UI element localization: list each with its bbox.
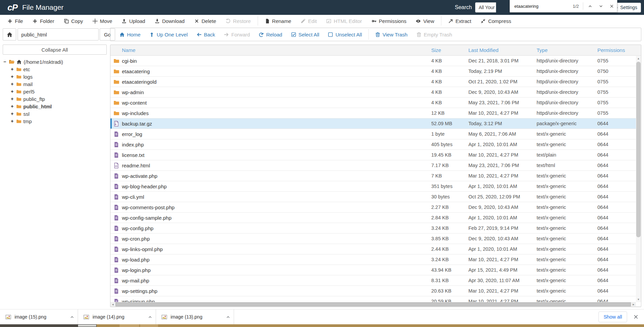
vertical-scrollbar[interactable]: ▲ ▼ bbox=[636, 56, 641, 302]
nav-link-reload[interactable]: Reload bbox=[254, 32, 287, 37]
tree-item-ssl[interactable]: + ssl bbox=[0, 110, 109, 117]
vertical-scrollbar-thumb[interactable] bbox=[636, 62, 641, 237]
show-all-downloads-button[interactable]: Show all bbox=[598, 311, 627, 322]
toolbar-button-permissions[interactable]: Permissions bbox=[367, 16, 411, 26]
file-row-etaacatering[interactable]: etaacatering 4 KB Today, 2:19 PM httpd/u… bbox=[110, 66, 641, 77]
scroll-left-arrow[interactable]: ◄ bbox=[110, 302, 115, 307]
nav-link-unselect-all[interactable]: Unselect All bbox=[324, 32, 366, 37]
search-scope-select[interactable]: All Your bbox=[475, 2, 496, 12]
tree-item-public-ftp[interactable]: + public_ftp bbox=[0, 95, 109, 103]
scroll-down-arrow[interactable]: ▼ bbox=[636, 297, 641, 302]
toolbar-button-upload[interactable]: Upload bbox=[117, 16, 150, 26]
file-row-wp-blog-header-php[interactable]: wp-blog-header.php 351 bytes Apr 1, 2020… bbox=[110, 181, 641, 192]
expand-toggle[interactable]: + bbox=[11, 96, 14, 102]
downloads-bar-close-button[interactable] bbox=[633, 314, 639, 320]
tree-item-logs[interactable]: + logs bbox=[0, 73, 109, 80]
file-row-wp-activate-php[interactable]: wp-activate.php 7 KB Mar 10, 2021, 4:27 … bbox=[110, 171, 641, 181]
toolbar-button-download[interactable]: Download bbox=[150, 16, 189, 26]
tree-item-mail[interactable]: + mail bbox=[0, 80, 109, 88]
download-item-image-15-png[interactable]: image (15).png bbox=[0, 309, 78, 324]
file-name: etaacateringold bbox=[122, 79, 431, 85]
file-row-wp-config-php[interactable]: wp-config.php 3.24 KB Feb 27, 2019, 9:14… bbox=[110, 223, 641, 234]
file-row-error-log[interactable]: error_log 1 byte May 6, 2021, 7:06 AM te… bbox=[110, 129, 641, 139]
toolbar-button-view[interactable]: View bbox=[411, 16, 439, 26]
file-row-backup-tar-gz[interactable]: backup.tar.gz 52.09 MB Today, 3:12 PM pa… bbox=[110, 118, 641, 129]
collapse-all-button[interactable]: Collapse All bbox=[3, 45, 107, 55]
toolbar-button-html-editor[interactable]: HTML Editor bbox=[321, 16, 367, 26]
toolbar-button-compress[interactable]: Compress bbox=[476, 16, 516, 26]
find-previous-button[interactable] bbox=[585, 1, 595, 11]
nav-link-view-trash[interactable]: View Trash bbox=[371, 32, 412, 37]
download-menu-button[interactable] bbox=[226, 315, 230, 319]
expand-toggle[interactable]: + bbox=[11, 118, 14, 124]
file-row-etaacateringold[interactable]: etaacateringold 4 KB Oct 21, 2020, 1:02 … bbox=[110, 77, 641, 87]
scroll-up-arrow[interactable]: ▲ bbox=[636, 56, 641, 61]
toolbar-button-edit[interactable]: Edit bbox=[296, 16, 321, 26]
toolbar-button-move[interactable]: Move bbox=[88, 16, 117, 26]
toolbar-button-rename[interactable]: Rename bbox=[260, 16, 296, 26]
column-header-name[interactable]: Name bbox=[122, 47, 431, 53]
file-row-wp-includes[interactable]: wp-includes 12 KB Mar 10, 2021, 4:27 PM … bbox=[110, 108, 641, 118]
file-icon bbox=[113, 257, 119, 263]
download-menu-button[interactable] bbox=[148, 315, 152, 319]
expand-toggle[interactable]: + bbox=[11, 81, 14, 87]
file-row-wp-content[interactable]: wp-content 4 KB May 23, 2021, 7:06 PM ht… bbox=[110, 98, 641, 108]
file-row-wp-cli-yml[interactable]: wp-cli.yml 30 bytes Oct 25, 2020, 12:09 … bbox=[110, 192, 641, 202]
file-row-wp-load-php[interactable]: wp-load.php 3.24 KB Mar 10, 2021, 4:27 P… bbox=[110, 254, 641, 265]
horizontal-scrollbar[interactable]: ◄ ► bbox=[110, 302, 636, 307]
scroll-right-arrow[interactable]: ► bbox=[631, 302, 636, 307]
nav-link-home[interactable]: Home bbox=[115, 32, 145, 37]
download-item-image-14-png[interactable]: image (14).png bbox=[78, 309, 156, 324]
file-name: cgi-bin bbox=[122, 58, 431, 64]
nav-link-select-all[interactable]: Select All bbox=[287, 32, 324, 37]
nav-link-label: Back bbox=[204, 32, 215, 37]
expand-toggle[interactable]: + bbox=[11, 104, 14, 109]
file-row-wp-cron-php[interactable]: wp-cron.php 3.85 KB Dec 9, 2020, 10:43 A… bbox=[110, 234, 641, 244]
file-row-license-txt[interactable]: license.txt 19.45 KB Mar 10, 2021, 4:27 … bbox=[110, 150, 641, 160]
tree-item-etc[interactable]: + etc bbox=[0, 65, 109, 73]
file-row-wp-admin[interactable]: wp-admin 4 KB Dec 9, 2020, 10:43 AM http… bbox=[110, 87, 641, 98]
tree-item-tmp[interactable]: + tmp bbox=[0, 117, 109, 125]
file-row-readme-html[interactable]: readme.html 7.17 KB May 23, 2021, 7:06 P… bbox=[110, 160, 641, 171]
column-header-permissions[interactable]: Permissions bbox=[597, 47, 624, 53]
tree-item-perl5[interactable]: + perl5 bbox=[0, 88, 109, 95]
find-next-button[interactable] bbox=[595, 1, 606, 11]
file-row-wp-mail-php[interactable]: wp-mail.php 8.31 KB Apr 30, 2020, 11:07 … bbox=[110, 275, 641, 286]
column-header-last-modified[interactable]: Last Modified bbox=[468, 47, 537, 53]
expand-toggle[interactable]: + bbox=[11, 74, 14, 79]
nav-link-back[interactable]: Back bbox=[192, 32, 220, 37]
toolbar-button-file[interactable]: File bbox=[3, 16, 28, 26]
column-header-type[interactable]: Type bbox=[537, 47, 597, 53]
nav-link-empty-trash[interactable]: Empty Trash bbox=[412, 32, 457, 37]
toolbar-button-restore[interactable]: Restore bbox=[221, 16, 256, 26]
file-row-wp-config-sample-php[interactable]: wp-config-sample.php 2.84 KB Apr 1, 2020… bbox=[110, 213, 641, 223]
collapse-toggle[interactable]: − bbox=[3, 59, 7, 64]
toolbar-button-delete[interactable]: Delete bbox=[189, 16, 221, 26]
column-header-size[interactable]: Size bbox=[431, 47, 468, 53]
toolbar-button-copy[interactable]: Copy bbox=[59, 16, 88, 26]
path-home-button[interactable] bbox=[3, 28, 16, 40]
nav-link-forward[interactable]: Forward bbox=[220, 32, 254, 37]
browser-find-bar[interactable]: etaacatering 1/2 bbox=[510, 0, 617, 12]
file-row-wp-links-opml-php[interactable]: wp-links-opml.php 2.44 KB Apr 1, 2020, 1… bbox=[110, 244, 641, 254]
path-input[interactable] bbox=[18, 28, 99, 40]
download-menu-button[interactable] bbox=[70, 315, 74, 319]
find-query-input[interactable]: etaacatering bbox=[514, 4, 573, 9]
expand-toggle[interactable]: + bbox=[11, 66, 14, 72]
expand-toggle[interactable]: + bbox=[11, 89, 14, 94]
find-close-button[interactable] bbox=[606, 1, 617, 11]
file-row-index-php[interactable]: index.php 405 bytes Apr 1, 2020, 10:01 A… bbox=[110, 139, 641, 150]
file-row-wp-login-php[interactable]: wp-login.php 43.94 KB Apr 15, 2021, 4:49… bbox=[110, 265, 641, 275]
toolbar-button-folder[interactable]: Folder bbox=[28, 16, 59, 26]
horizontal-scrollbar-thumb[interactable] bbox=[115, 302, 631, 306]
nav-link-up-one-level[interactable]: Up One Level bbox=[145, 32, 192, 37]
file-permissions: 0644 bbox=[597, 246, 624, 252]
tree-root-home[interactable]: − (/home1/nsktradi) bbox=[0, 58, 109, 65]
expand-toggle[interactable]: + bbox=[11, 111, 14, 116]
file-row-cgi-bin[interactable]: cgi-bin 4 KB Dec 21, 2018, 3:01 PM httpd… bbox=[110, 56, 641, 66]
file-row-wp-settings-php[interactable]: wp-settings.php 20.63 KB Mar 10, 2021, 4… bbox=[110, 286, 641, 296]
tree-item-public-html[interactable]: + public_html bbox=[0, 103, 109, 110]
toolbar-button-extract[interactable]: Extract bbox=[443, 16, 476, 26]
download-item-image-13-png[interactable]: image (13).png bbox=[156, 309, 234, 324]
file-row-wp-comments-post-php[interactable]: wp-comments-post.php 2.27 KB Dec 9, 2020… bbox=[110, 202, 641, 213]
